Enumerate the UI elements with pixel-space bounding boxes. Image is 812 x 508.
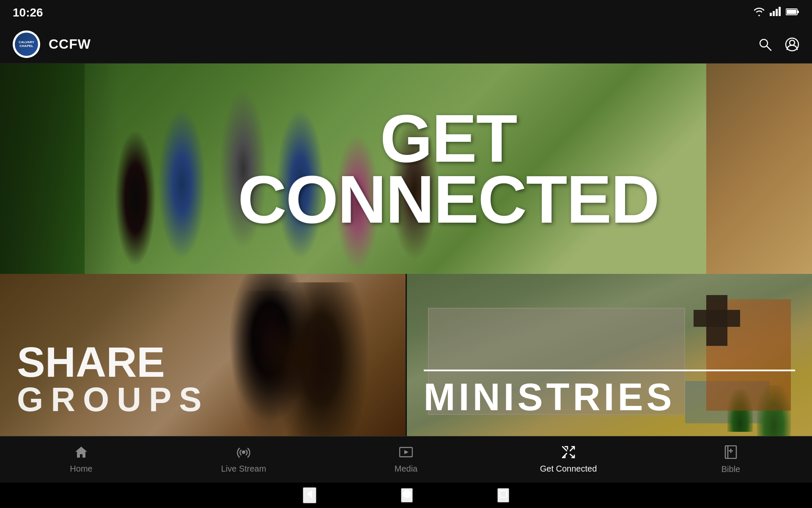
svg-marker-13 xyxy=(404,450,409,454)
nav-item-get-connected[interactable]: Get Connected xyxy=(487,446,650,474)
app-bar-left: CALVARYCHAPEL CCFW xyxy=(13,30,91,58)
wifi-icon xyxy=(753,7,765,19)
svg-rect-24 xyxy=(500,491,507,497)
app-bar-right xyxy=(758,37,799,52)
nav-item-live-stream[interactable]: Live Stream xyxy=(162,446,325,474)
bottom-panels: SHARE GROUPS xyxy=(0,274,812,436)
share-groups-text: SHARE GROUPS xyxy=(17,344,209,419)
nav-media-label: Media xyxy=(395,464,417,474)
share-title: SHARE xyxy=(17,344,209,380)
svg-marker-22 xyxy=(307,490,312,498)
nav-item-home[interactable]: Home xyxy=(0,446,162,474)
svg-point-23 xyxy=(403,490,411,498)
nav-item-media[interactable]: Media xyxy=(325,446,487,474)
nav-get-connected-label: Get Connected xyxy=(540,464,597,474)
status-time: 10:26 xyxy=(13,6,43,19)
search-button[interactable] xyxy=(758,37,772,52)
get-connected-icon xyxy=(562,446,575,461)
android-back-button[interactable] xyxy=(303,487,316,503)
battery-icon xyxy=(786,7,799,18)
share-groups-panel[interactable]: SHARE GROUPS xyxy=(0,274,406,436)
live-stream-icon xyxy=(237,446,250,461)
android-home-button[interactable] xyxy=(401,488,413,502)
ministries-title: MINISTRIES xyxy=(424,375,796,419)
home-icon xyxy=(74,446,88,461)
get-connected-line1: GET xyxy=(238,108,658,169)
signal-icon xyxy=(770,7,782,19)
svg-rect-6 xyxy=(787,10,796,14)
nav-bible-label: Bible xyxy=(721,464,740,474)
ministries-cross xyxy=(706,295,727,346)
svg-rect-3 xyxy=(779,7,781,16)
groups-subtitle: GROUPS xyxy=(17,380,209,419)
svg-point-10 xyxy=(790,40,795,45)
app-bar: CALVARYCHAPEL CCFW xyxy=(0,25,812,64)
svg-rect-2 xyxy=(776,9,778,16)
get-connected-line2: CONNECTED xyxy=(238,169,658,230)
svg-rect-0 xyxy=(770,13,772,16)
get-connected-text: GET CONNECTED xyxy=(238,108,658,230)
get-connected-banner[interactable]: GET CONNECTED xyxy=(0,64,812,274)
ministries-underline xyxy=(424,370,796,371)
svg-line-8 xyxy=(767,46,771,50)
nav-live-stream-label: Live Stream xyxy=(221,464,266,474)
svg-line-16 xyxy=(570,447,574,451)
bible-icon xyxy=(724,445,737,462)
bottom-navigation: Home Live Stream Media xyxy=(0,436,812,483)
status-icons xyxy=(753,7,799,19)
nav-home-label: Home xyxy=(70,464,92,474)
media-icon xyxy=(399,446,413,461)
svg-rect-1 xyxy=(773,11,775,16)
app-title: CCFW xyxy=(49,36,91,52)
app-logo-text: CALVARYCHAPEL xyxy=(19,41,34,48)
main-content: GET CONNECTED SHARE GROUPS xyxy=(0,64,812,436)
ministries-text: MINISTRIES xyxy=(424,370,796,419)
android-nav-bar xyxy=(0,483,812,508)
status-bar: 10:26 xyxy=(0,0,812,25)
svg-line-14 xyxy=(562,447,567,451)
nav-item-bible[interactable]: Bible xyxy=(650,445,812,474)
svg-point-11 xyxy=(242,450,245,454)
app-logo: CALVARYCHAPEL xyxy=(13,30,40,58)
svg-rect-5 xyxy=(797,11,799,13)
android-recents-button[interactable] xyxy=(497,488,509,502)
ministries-panel[interactable]: MINISTRIES xyxy=(406,274,812,436)
profile-button[interactable] xyxy=(785,37,799,52)
